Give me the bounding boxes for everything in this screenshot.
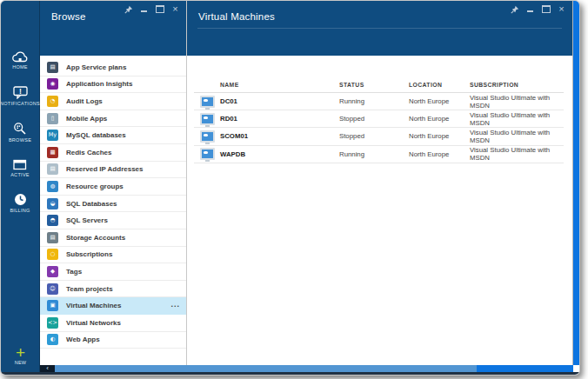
- vm-location-cell: North Europe: [409, 115, 470, 123]
- scroll-left-button[interactable]: ‹: [40, 365, 55, 372]
- vm-table: NAME STATUS LOCATION SUBSCRIPTION DC01 R…: [194, 76, 564, 163]
- browse-item-icon: ☺: [47, 283, 58, 295]
- browse-item[interactable]: ☺ Team projects: [40, 281, 186, 298]
- vm-location-cell: North Europe: [409, 97, 470, 105]
- sidebar-item-label: BROWSE: [9, 138, 31, 143]
- vm-name-cell: RD01: [220, 115, 339, 123]
- browse-item[interactable]: ▤ App Service plans: [40, 59, 186, 76]
- plus-icon: +: [16, 346, 25, 360]
- browse-blade-header: Browse ×: [40, 1, 186, 56]
- portal-background-strip: [573, 1, 579, 365]
- vm-blade-body: NAME STATUS LOCATION SUBSCRIPTION DC01 R…: [187, 56, 572, 365]
- browse-item-icon: ◍: [47, 181, 58, 192]
- billing-clock-icon: [14, 193, 27, 206]
- blades-area: Browse × ▤ App Service plans: [40, 1, 579, 372]
- browse-magnifier-icon: [13, 122, 27, 136]
- browse-item-icon: ◔: [47, 96, 58, 107]
- vm-table-row[interactable]: SCOM01 Stopped North Europe Visual Studi…: [194, 128, 564, 145]
- active-window-icon: [13, 159, 27, 170]
- browse-item-icon: ▦: [47, 147, 58, 158]
- browse-item-icon: ▣: [47, 300, 58, 311]
- vm-name-cell: SCOM01: [220, 132, 339, 140]
- browse-item-label: SQL Servers: [66, 216, 108, 224]
- vm-location-cell: North Europe: [409, 132, 470, 140]
- minimize-icon[interactable]: [139, 4, 149, 14]
- browse-item[interactable]: ▤ Reserved IP Addresses: [40, 162, 186, 179]
- vm-status-cell: Stopped: [339, 115, 409, 123]
- browse-item[interactable]: ◓ SQL Servers: [40, 212, 186, 229]
- browse-item-icon: ▤: [47, 62, 58, 73]
- browse-item[interactable]: ▦ Redis Caches: [40, 144, 186, 162]
- column-header-name: NAME: [220, 82, 339, 88]
- blade-window-controls: ×: [510, 4, 566, 14]
- column-header-status: STATUS: [339, 82, 409, 88]
- browse-item-icon: ◆: [47, 266, 58, 277]
- browse-item-label: Storage Accounts: [66, 234, 125, 242]
- browse-item-label: Application Insights: [66, 80, 132, 88]
- browse-item-label: Mobile Apps: [66, 115, 107, 123]
- column-header-subscription: SUBSCRIPTION: [470, 82, 564, 88]
- browse-item[interactable]: ▣ Virtual Machines ...: [40, 297, 186, 315]
- vm-table-row[interactable]: WAPDB Running North Europe Visual Studio…: [194, 146, 564, 163]
- browse-item-label: Redis Caches: [66, 149, 111, 156]
- browse-item[interactable]: ◔ Audit Logs: [40, 93, 186, 110]
- vm-subscription-cell: Visual Studio Ultimate with MSDN: [470, 111, 564, 127]
- browse-item[interactable]: ▤ Storage Accounts: [40, 229, 186, 247]
- sidebar-item-home[interactable]: HOME: [1, 51, 40, 70]
- browse-item-label: Team projects: [66, 285, 113, 293]
- item-context-menu-dots[interactable]: ...: [170, 303, 180, 306]
- browse-item[interactable]: ◍ Resource groups: [40, 178, 186, 196]
- maximize-icon[interactable]: [155, 4, 164, 14]
- browse-item-icon: ◐: [47, 334, 58, 345]
- browse-item-label: Virtual Machines: [66, 302, 121, 309]
- pin-icon[interactable]: [510, 4, 519, 14]
- vm-table-row[interactable]: RD01 Stopped North Europe Visual Studio …: [194, 110, 564, 128]
- virtual-machines-blade: Virtual Machines × NAME STATUS: [186, 1, 573, 365]
- browse-item-icon: <>: [47, 317, 58, 329]
- sidebar-item-label: HOME: [12, 65, 28, 70]
- browse-item[interactable]: ▯ Mobile Apps: [40, 110, 186, 128]
- browse-item[interactable]: ○ Subscriptions: [40, 247, 186, 264]
- vm-subscription-cell: Visual Studio Ultimate with MSDN: [470, 94, 564, 110]
- vm-name-cell: DC01: [220, 97, 339, 105]
- vm-monitor-icon: [200, 148, 215, 160]
- browse-item[interactable]: ◒ SQL Databases: [40, 196, 186, 213]
- horizontal-scrollbar[interactable]: ‹: [40, 365, 573, 372]
- vm-table-rows: DC01 Running North Europe Visual Studio …: [194, 93, 564, 163]
- pin-icon[interactable]: [124, 4, 133, 14]
- browse-item[interactable]: ◆ Tags: [40, 263, 186, 281]
- notifications-bubble-icon: !: [13, 86, 28, 99]
- maximize-icon[interactable]: [541, 4, 551, 14]
- sidebar-item-label: ACTIVE: [10, 173, 30, 178]
- sidebar-item-billing[interactable]: BILLING: [1, 193, 40, 214]
- window-bottom-edge: [1, 372, 579, 375]
- minimize-icon[interactable]: [525, 4, 535, 14]
- new-button[interactable]: + NEW: [1, 346, 40, 366]
- browse-item[interactable]: <> Virtual Networks: [40, 315, 186, 332]
- close-icon[interactable]: ×: [170, 4, 180, 14]
- sidebar-item-active[interactable]: ACTIVE: [1, 159, 40, 178]
- vm-table-row[interactable]: DC01 Running North Europe Visual Studio …: [194, 93, 564, 110]
- browse-item[interactable]: My MySQL databases: [40, 127, 186, 144]
- browse-item-icon: ◉: [47, 78, 58, 90]
- scrollbar-thumb[interactable]: [55, 365, 477, 372]
- sidebar-item-notifications[interactable]: ! NOTIFICATIONS: [1, 86, 40, 107]
- vm-monitor-icon: [200, 130, 215, 143]
- home-cloud-icon: [11, 51, 29, 63]
- browse-item-label: Subscriptions: [66, 250, 112, 258]
- browse-item[interactable]: ◉ Application Insights: [40, 76, 186, 94]
- vm-status-cell: Running: [339, 97, 409, 105]
- vm-blade-title: Virtual Machines: [198, 11, 275, 22]
- column-header-location: LOCATION: [409, 82, 470, 88]
- browse-blade-body: ▤ App Service plans ◉ Application Insigh…: [40, 56, 186, 365]
- vm-name-cell: WAPDB: [220, 150, 339, 158]
- sidebar-item-browse[interactable]: BROWSE: [1, 122, 40, 143]
- browse-blade-title: Browse: [51, 11, 86, 22]
- browse-item-label: SQL Databases: [66, 200, 117, 208]
- azure-portal-window: HOME ! NOTIFICATIONS BROWSE ACTIVE BILLI…: [0, 0, 580, 376]
- browse-item[interactable]: ◐ Web Apps: [40, 332, 186, 349]
- sidebar-item-label: BILLING: [10, 209, 30, 214]
- close-icon[interactable]: ×: [557, 4, 566, 14]
- vm-status-cell: Running: [339, 150, 409, 158]
- vm-monitor-icon: [200, 113, 215, 125]
